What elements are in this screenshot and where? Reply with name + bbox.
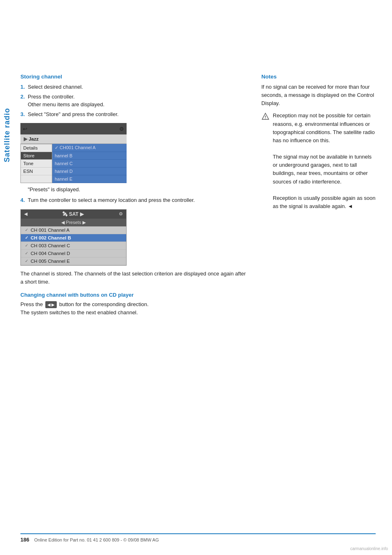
screen1-gear-icon: ⚙	[119, 126, 124, 132]
cd-player-text: Press the ◀ ▶ button for the correspondi…	[20, 300, 249, 317]
screen2-ch-001: ✓ CH 001 Channel A	[21, 226, 126, 234]
presets-note: "Presets" is displayed.	[28, 186, 249, 194]
triangle-icon	[261, 112, 270, 121]
screen1-menu-store: Store	[21, 152, 52, 160]
screen1-ch-e: hannel E	[52, 175, 127, 183]
screen2-sat-icon: 🛰	[62, 211, 67, 217]
screen2-presets: ◀ Presets ▶	[21, 219, 126, 226]
step-4-num: 4.	[20, 196, 28, 204]
steps-list-1: 1. Select desired channel. 2. Press the …	[20, 83, 249, 118]
screen1-channels: ✓ CH001 Channel A hannel B hannel C hann…	[52, 144, 127, 183]
left-column: Storing channel 1. Select desired channe…	[20, 74, 249, 320]
screen1-header: ↩ ⚙	[20, 123, 127, 134]
page-footer: 186 Online Edition for Part no. 01 41 2 …	[20, 533, 376, 543]
screen2-arrow-left-icon: ◀	[24, 211, 27, 217]
step-3: 3. Select "Store" and press the controll…	[20, 110, 249, 119]
triangle-note: Reception may not be possible for certai…	[261, 112, 376, 210]
screen2-ch-004: ✓ CH 004 Channel D	[21, 250, 126, 257]
step-4: 4. Turn the controller to select a memor…	[20, 196, 249, 204]
screen1-jazz: Jazz	[20, 134, 127, 144]
footer-text: Online Edition for Part no. 01 41 2 600 …	[34, 537, 159, 542]
sidebar-label: Satellite radio	[0, 74, 15, 196]
screen2-arrow-right-icon: ▶	[80, 211, 84, 217]
screen1-menu-tone: Tone	[21, 160, 52, 168]
screen2-ch-005: ✓ CH 005 Channel E	[21, 257, 126, 265]
right-column: Notes If no signal can be received for m…	[261, 74, 376, 320]
screen2-ch-004-check: ✓	[25, 251, 28, 255]
stored-text: The channel is stored. The channels of t…	[20, 270, 249, 286]
step-3-text: Select "Store" and press the controller.	[28, 110, 249, 119]
screen2-ch-003-check: ✓	[25, 243, 28, 248]
screen1-menu: Details Store Tone ESN	[20, 144, 52, 183]
end-marker: ◄	[348, 203, 353, 209]
screen2-ch-002: ✓ CH 002 Channel B	[21, 234, 126, 242]
screen2-ch-001-check: ✓	[25, 228, 28, 232]
sidebar-label-text: Satellite radio	[3, 107, 12, 162]
screen1-back-icon: ↩	[23, 126, 27, 132]
step-2-text: Press the controller.Other menu items ar…	[28, 93, 249, 109]
steps-list-2: 4. Turn the controller to select a memor…	[20, 196, 249, 204]
screen1-ch-c: hannel C	[52, 160, 127, 168]
screen2-sat: 🛰 SAT ▶	[62, 211, 84, 217]
screen2-ch-005-check: ✓	[25, 259, 28, 263]
screen1-ch-a: ✓ CH001 Channel A	[52, 144, 127, 152]
step-2: 2. Press the controller.Other menu items…	[20, 93, 249, 109]
storing-channel-heading: Storing channel	[20, 74, 249, 80]
cd-button-icon: ◀ ▶	[45, 301, 57, 309]
screen1-menu-esn: ESN	[21, 168, 52, 175]
step-1-text: Select desired channel.	[28, 83, 249, 91]
screen1-body: Jazz Details Store Tone ESN ✓ CH001 Chan…	[20, 134, 127, 183]
step-1: 1. Select desired channel.	[20, 83, 249, 91]
screen1-menu-details: Details	[21, 144, 52, 152]
screen1-channel-area: Details Store Tone ESN ✓ CH001 Channel A…	[20, 144, 127, 183]
watermark: carmanualonline.info	[350, 546, 388, 551]
screen2: ◀ 🛰 SAT ▶ ⚙ ◀ Presets ▶ ✓ CH 001 Channel…	[20, 209, 127, 266]
page-number: 186	[20, 537, 29, 543]
step-2-num: 2.	[20, 93, 28, 109]
step-1-num: 1.	[20, 83, 28, 91]
notes-heading: Notes	[261, 74, 376, 80]
note-1: If no signal can be received for more th…	[261, 83, 376, 107]
screen2-header: ◀ 🛰 SAT ▶ ⚙	[21, 210, 126, 219]
screen2-ch-003: ✓ CH 003 Channel C	[21, 242, 126, 250]
screen2-gear-icon: ⚙	[119, 211, 123, 217]
screen2-sat-label: SAT	[69, 211, 78, 217]
note-2-text: Reception may not be possible for certai…	[273, 112, 376, 210]
step-4-text: Turn the controller to select a memory l…	[28, 196, 249, 204]
svg-point-2	[265, 119, 266, 119]
screen1-ch-b: hannel B	[52, 152, 127, 160]
step-3-num: 3.	[20, 110, 28, 119]
screen1: ↩ ⚙ Jazz Details Store Tone ESN ✓ CH001 …	[20, 123, 127, 183]
screen1-ch-d: hannel D	[52, 168, 127, 175]
changing-channel-heading: Changing channel with buttons on CD play…	[20, 292, 249, 298]
screen2-ch-002-check: ✓	[25, 235, 28, 240]
